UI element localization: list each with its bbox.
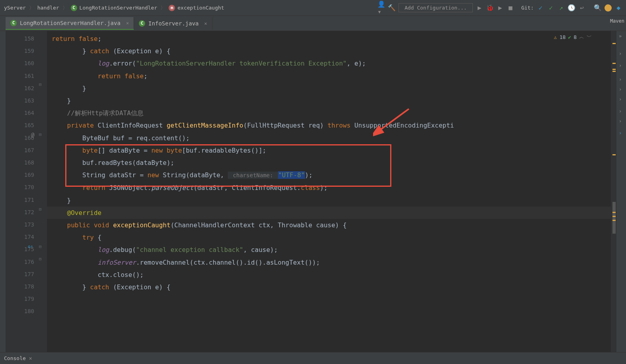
chevron-right-icon: 〉 xyxy=(160,4,165,12)
debug-icon[interactable]: 🐞 xyxy=(486,4,494,12)
code-editor[interactable]: ⚠18 ✔8 ︿ ﹀ return false; } catch (Except… xyxy=(47,31,611,352)
code-line: ByteBuf buf = req.content(); xyxy=(47,132,611,144)
code-line: private ClientInfoRequest getClientMassa… xyxy=(47,119,611,132)
chevron-right-icon[interactable]: › xyxy=(619,118,622,124)
chevron-right-icon[interactable]: › xyxy=(619,63,622,68)
right-tool-strip: » › › › › › › › › xyxy=(616,31,626,352)
editor-tabs: C LongRotationServerHandler.java ✕ C Inf… xyxy=(0,16,626,31)
tab-label: LongRotationServerHandler.java xyxy=(20,20,121,26)
git-label: Git: xyxy=(521,5,534,11)
code-line: return false; xyxy=(47,33,611,45)
maven-tool-tab[interactable]: Maven xyxy=(609,17,626,25)
warning-marker[interactable] xyxy=(612,63,616,64)
user-icon[interactable]: 👤▾ xyxy=(378,4,385,12)
warning-marker[interactable] xyxy=(612,43,616,44)
expand-icon[interactable]: » xyxy=(619,33,622,39)
code-line: String dataStr = new String(dataByte, ch… xyxy=(47,169,611,182)
warning-marker[interactable] xyxy=(612,216,616,217)
breadcrumb-item[interactable]: mexceptionCaught xyxy=(169,5,224,11)
chevron-right-icon[interactable]: › xyxy=(619,87,622,92)
breadcrumb-item[interactable]: CLongRotationServerHandler xyxy=(71,5,157,11)
code-line: } catch (Exception e) { xyxy=(47,281,611,293)
check-icon: ✔ xyxy=(568,34,571,40)
method-icon: m xyxy=(169,5,175,11)
fold-icon[interactable]: ⊟ xyxy=(39,244,42,249)
check-count: 8 xyxy=(574,34,577,40)
inspection-widget[interactable]: ⚠18 ✔8 ︿ ﹀ xyxy=(554,33,592,41)
avatar-icon[interactable] xyxy=(605,4,612,12)
warning-icon: ⚠ xyxy=(554,34,557,40)
history-icon[interactable]: 🕓 xyxy=(568,4,575,12)
code-line: ctx.close(); xyxy=(47,269,611,281)
fold-icon[interactable]: ⊟ xyxy=(39,132,42,137)
rollback-icon[interactable]: ↩ xyxy=(578,4,585,12)
close-icon[interactable]: ✕ xyxy=(204,21,207,26)
nav-down-icon[interactable]: ﹀ xyxy=(587,33,592,41)
class-icon: C xyxy=(10,20,17,26)
close-icon[interactable]: ✕ xyxy=(29,355,32,361)
add-configuration-button[interactable]: Add Configuration... xyxy=(399,3,473,12)
at-symbol-icon: @ xyxy=(31,132,34,138)
code-line: //解析Http请求DATA信息 xyxy=(47,107,611,119)
scrollbar-thumb[interactable] xyxy=(612,202,616,234)
override-up-icon[interactable]: o↑ xyxy=(28,244,33,249)
code-line: @Override xyxy=(47,207,611,219)
line-gutter: 158 159 160 161 162 163 164 165 166 167 … xyxy=(6,31,41,352)
code-line: public void exceptionCaught(ChannelHandl… xyxy=(47,219,611,231)
run-icon[interactable]: ▶ xyxy=(476,4,483,12)
chevron-right-icon[interactable]: › xyxy=(619,51,622,56)
navbar-toolbar: 👤▾ 🔨 Add Configuration... ▶ 🐞 ▶ ■ Git: ✓… xyxy=(378,3,622,12)
warning-marker[interactable] xyxy=(612,212,616,213)
bottom-tool-bar: Console ✕ xyxy=(0,352,626,364)
tab-active[interactable]: C LongRotationServerHandler.java ✕ xyxy=(6,17,134,30)
nav-up-icon[interactable]: ︿ xyxy=(579,33,584,41)
warning-marker[interactable] xyxy=(612,154,616,155)
code-line: return false; xyxy=(47,70,611,82)
code-line: buf.readBytes(dataByte); xyxy=(47,157,611,169)
ide-icon[interactable]: ◆ xyxy=(615,4,622,12)
warning-marker[interactable] xyxy=(612,69,616,70)
chevron-right-icon[interactable]: › xyxy=(619,77,622,82)
git-update-icon[interactable]: ✓ xyxy=(537,4,544,12)
class-icon: C xyxy=(71,5,77,11)
code-line: return JSONObject.parseObject(dataStr, C… xyxy=(47,182,611,194)
code-line: } xyxy=(47,95,611,107)
warning-count: 18 xyxy=(560,34,566,40)
warning-marker[interactable] xyxy=(612,220,616,221)
coverage-icon[interactable]: ▶ xyxy=(497,4,504,12)
stop-icon[interactable]: ■ xyxy=(507,4,514,12)
close-icon[interactable]: ✕ xyxy=(126,20,129,26)
top-navbar: yServer 〉 handler 〉 CLongRotationServerH… xyxy=(0,0,626,16)
breadcrumb-item[interactable]: handler xyxy=(37,5,59,11)
chevron-right-icon[interactable]: › xyxy=(619,130,622,136)
hammer-icon[interactable]: 🔨 xyxy=(388,4,395,12)
git-commit-icon[interactable]: ✓ xyxy=(547,4,554,12)
chevron-right-icon: 〉 xyxy=(29,4,34,12)
fold-icon[interactable]: ⊟ xyxy=(39,82,42,87)
code-line: byte[] dataByte = new byte[buf.readableB… xyxy=(47,144,611,157)
code-line: log.debug("channel exception callback", … xyxy=(47,244,611,256)
fold-icon[interactable]: ⊟ xyxy=(39,207,42,212)
console-tab[interactable]: Console xyxy=(4,355,26,361)
git-push-icon[interactable]: ↗ xyxy=(558,4,565,12)
warning-marker[interactable] xyxy=(612,71,616,72)
breadcrumbs: yServer 〉 handler 〉 CLongRotationServerH… xyxy=(4,4,224,12)
tab-item[interactable]: C InfoServer.java ✕ xyxy=(134,17,212,29)
breadcrumb-item[interactable]: yServer xyxy=(4,5,26,11)
fold-gutter: @ 💡 o↑ ⊟ ⊟ ⊟ ⊟ ⊟ xyxy=(41,31,47,352)
search-icon[interactable]: 🔍 xyxy=(594,4,601,12)
left-tool-strip xyxy=(0,31,6,352)
class-icon: C xyxy=(139,20,145,27)
code-line: try { xyxy=(47,231,611,244)
chevron-right-icon[interactable]: › xyxy=(619,108,622,114)
chevron-right-icon: 〉 xyxy=(62,4,68,12)
fold-icon[interactable]: ⊟ xyxy=(39,256,42,261)
editor-container: 158 159 160 161 162 163 164 165 166 167 … xyxy=(0,31,626,352)
code-line: } xyxy=(47,82,611,95)
line-numbers: 158 159 160 161 162 163 164 165 166 167 … xyxy=(6,33,41,318)
error-stripe[interactable] xyxy=(611,31,616,352)
chevron-right-icon[interactable]: › xyxy=(619,97,622,102)
code-line: infoServer.removeChannel(ctx.channel().i… xyxy=(47,256,611,269)
code-line: log.error("LongRotationServerHandler tok… xyxy=(47,57,611,70)
tab-label: InfoServer.java xyxy=(148,20,198,27)
